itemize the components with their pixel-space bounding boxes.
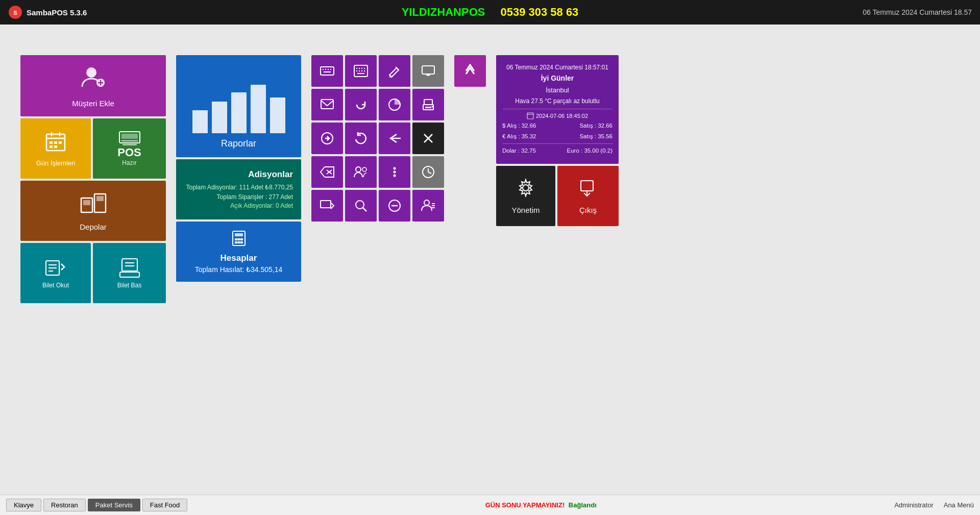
icon-refresh[interactable] [345, 89, 377, 120]
svg-rect-64 [425, 107, 431, 108]
pos-tile[interactable]: POS Hazır [93, 118, 166, 179]
depolar-label: Depolar [80, 223, 107, 231]
svg-line-82 [363, 208, 366, 211]
svg-point-85 [424, 200, 429, 205]
icon-person-menu[interactable] [412, 190, 444, 222]
svg-rect-32 [235, 233, 243, 236]
brand-name: YILDIZHANPOS [402, 6, 485, 19]
hesaplar-tile[interactable]: Hesaplar Toplam Hasılat: ₺34.505,14 [176, 222, 301, 282]
svg-point-73 [362, 167, 366, 171]
icon-chart-circle[interactable] [379, 89, 410, 120]
icon-rotate[interactable] [345, 122, 377, 154]
gun-islemleri-tile[interactable]: Gün İşlemleri [20, 118, 91, 179]
info-eur: € Alış : 35.32 Satış : 35.56 [502, 132, 612, 142]
svg-rect-18 [122, 144, 137, 145]
raporlar-tile[interactable]: Raporlar [176, 55, 301, 157]
musteri-ekle-label: Müşteri Ekle [72, 99, 114, 108]
svg-rect-30 [120, 272, 139, 277]
tab-klavye[interactable]: Klavye [6, 499, 41, 511]
header-center: YILDIZHANPOS 0539 303 58 63 [402, 6, 579, 19]
info-usd: $ Alış : 32.66 Satış : 32.66 [502, 121, 612, 131]
bilet-okut-tile[interactable]: Bilet Okut [20, 243, 91, 303]
bilet-bas-icon [119, 258, 140, 280]
svg-rect-11 [54, 141, 57, 144]
pos-label: POS [117, 146, 141, 159]
svg-point-74 [394, 167, 396, 170]
svg-rect-27 [122, 259, 137, 271]
icon-print[interactable] [412, 89, 444, 120]
phone-number: 0539 303 58 63 [500, 6, 578, 19]
icon-edit[interactable] [379, 55, 410, 87]
cikis-label: Çıkış [579, 206, 597, 214]
icon-users[interactable] [345, 156, 377, 188]
icon-arrow-right-circle[interactable] [311, 122, 343, 154]
info-exchange-date: 2024-07-06 18:45:02 [502, 111, 612, 121]
raporlar-chart [192, 82, 285, 133]
yonetim-tile[interactable]: Yönetim [496, 166, 555, 226]
icon-screen-arrow[interactable] [311, 190, 343, 222]
info-panel: 06 Temmuz 2024 Cumartesi 18:57:01 İyi Gü… [496, 55, 619, 164]
hesaplar-icon [231, 230, 247, 250]
icon-message[interactable] [311, 89, 343, 120]
icon-close[interactable] [412, 122, 444, 154]
info-divider2 [502, 143, 612, 144]
adisyonlar-line3: Açık Adisyonlar: 0 Adet [184, 202, 293, 209]
musteri-icon [80, 64, 107, 96]
middle-column: Raporlar Adisyonlar Toplam Adisyonlar: 1… [176, 55, 301, 282]
svg-rect-13 [50, 145, 53, 148]
svg-point-75 [394, 171, 396, 174]
icon-search[interactable] [345, 190, 377, 222]
yonetim-icon [516, 178, 536, 203]
bilet-row: Bilet Okut Bilet Bas [20, 243, 166, 303]
bar4 [251, 85, 266, 133]
depolar-icon [80, 191, 107, 219]
svg-point-2 [86, 67, 96, 78]
arrow-up-tile[interactable] [454, 55, 486, 87]
bar2 [212, 102, 227, 133]
musteri-ekle-tile[interactable]: Müşteri Ekle [20, 55, 166, 116]
bottom-menu[interactable]: Ana Menü [944, 501, 974, 509]
cikis-tile[interactable]: Çıkış [557, 166, 619, 226]
pos-icon [118, 131, 141, 146]
info-datetime: 06 Temmuz 2024 Cumartesi 18:57:01 [502, 62, 612, 72]
svg-point-76 [394, 175, 396, 177]
svg-rect-12 [59, 141, 62, 144]
svg-rect-89 [527, 113, 533, 119]
svg-rect-16 [121, 134, 138, 139]
info-greeting: İyi Günler [502, 72, 612, 85]
adisyonlar-line1: Toplam Adisyonlar: 111 Adet ₺8.770,25 [184, 183, 293, 192]
depolar-tile[interactable]: Depolar [20, 181, 166, 241]
icon-dots-menu[interactable] [379, 156, 410, 188]
yonetim-cikis-row: Yönetim Çıkış [496, 166, 619, 226]
svg-rect-60 [321, 100, 333, 109]
svg-rect-20 [83, 200, 90, 205]
header: S SambaPOS 5.3.6 YILDIZHANPOS 0539 303 5… [0, 0, 980, 24]
svg-point-72 [356, 167, 361, 172]
gun-islemleri-label: Gün İşlemleri [36, 159, 76, 167]
logo-area: S SambaPOS 5.3.6 [8, 5, 87, 19]
tab-restoran[interactable]: Restoran [43, 499, 86, 511]
cikis-icon [578, 178, 598, 203]
info-divider1 [502, 109, 612, 109]
icon-backspace[interactable] [311, 156, 343, 188]
main-content: Müşteri Ekle [0, 24, 980, 313]
right-column: 06 Temmuz 2024 Cumartesi 18:57:01 İyi Gü… [496, 55, 619, 226]
tab-paket-servis[interactable]: Paket Servis [88, 499, 140, 511]
tab-fast-food[interactable]: Fast Food [142, 499, 188, 511]
bilet-bas-tile[interactable]: Bilet Bas [93, 243, 166, 303]
icon-keyboard2[interactable] [345, 55, 377, 87]
icon-minus-circle[interactable] [379, 190, 410, 222]
notice-warning: GÜN SONU YAPMAYINIZ! [485, 501, 565, 509]
icon-screen[interactable] [412, 55, 444, 87]
svg-rect-45 [354, 65, 368, 77]
svg-rect-35 [240, 238, 243, 240]
left-column: Müşteri Ekle [20, 55, 166, 303]
icon-clock[interactable] [412, 156, 444, 188]
svg-text:S: S [13, 10, 17, 16]
hesaplar-amount: Toplam Hasılat: ₺34.505,14 [195, 265, 283, 274]
bar1 [192, 110, 208, 133]
icon-arrow-left-enter[interactable] [379, 122, 410, 154]
adisyonlar-tile[interactable]: Adisyonlar Toplam Adisyonlar: 111 Adet ₺… [176, 159, 301, 219]
svg-rect-10 [50, 141, 53, 144]
icon-keyboard[interactable] [311, 55, 343, 87]
